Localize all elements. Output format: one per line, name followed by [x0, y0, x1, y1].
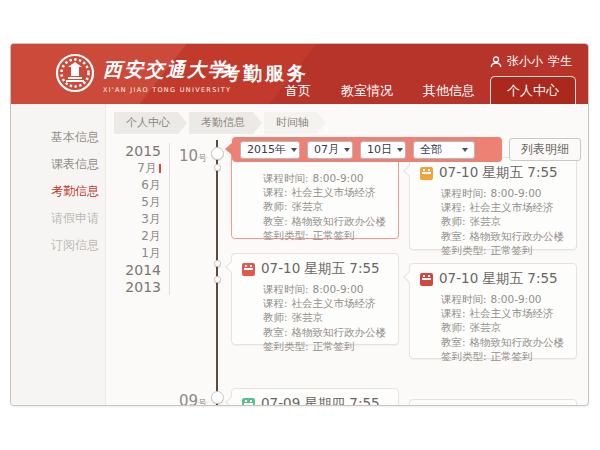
sidebar: 基本信息 课表信息 考勤信息 请假申请 订阅信息 [11, 104, 106, 405]
timeline-month-feb[interactable]: 2月 [109, 228, 161, 245]
timeline-year-2014[interactable]: 2014 [109, 262, 161, 279]
sidebar-item-basic-info[interactable]: 基本信息 [11, 124, 105, 151]
timeline-node [214, 276, 221, 283]
chevron-down-icon [344, 148, 350, 152]
day-label-09: 09号 [163, 391, 207, 406]
breadcrumb-attendance[interactable]: 考勤信息 [189, 112, 262, 134]
university-logo-icon [55, 53, 95, 93]
sidebar-item-timetable[interactable]: 课表信息 [11, 151, 105, 178]
user-icon [490, 56, 502, 68]
attendance-card[interactable]: 07-09 星期四 7:55 [231, 388, 399, 406]
sidebar-item-subscription[interactable]: 订阅信息 [11, 232, 105, 259]
breadcrumb: 个人中心 考勤信息 时间轴 [114, 112, 328, 134]
timeline-node [211, 147, 224, 160]
rail-divider [169, 143, 170, 295]
sidebar-item-leave-request[interactable]: 请假申请 [11, 205, 105, 232]
sidebar-item-attendance[interactable]: 考勤信息 [11, 178, 105, 205]
year-select[interactable]: 2015年 [240, 141, 300, 159]
calendar-orange-icon [420, 167, 433, 180]
timeline-year-2013[interactable]: 2013 [109, 279, 161, 296]
card-notch [225, 261, 236, 272]
attendance-card[interactable]: 07-10 星期五 7:55 课程时间:8:00-9:00 课程:社会主义市场经… [409, 263, 577, 359]
card-notch [403, 271, 414, 282]
user-role: 学生 [548, 53, 572, 70]
attendance-card[interactable]: 07-10 星期五 7:55 课程时间:8:00-9:00 课程:社会主义市场经… [231, 253, 399, 345]
attendance-card[interactable] [409, 399, 577, 406]
calendar-red-orange-icon [242, 263, 255, 276]
chevron-down-icon [397, 148, 403, 152]
header: 西安交通大学 XI'AN JIAO TONG UNIVERSITY 考勤服务 张… [11, 44, 588, 104]
list-detail-button[interactable]: 列表明细 [509, 138, 581, 161]
timeline-year-2015[interactable]: 2015 [109, 143, 161, 160]
nav-home[interactable]: 首页 [270, 77, 326, 104]
timeline-month-jul[interactable]: 7月 [109, 160, 161, 177]
timeline-node [211, 391, 224, 404]
user-name: 张小小 [507, 53, 543, 70]
university-name: 西安交通大学 XI'AN JIAO TONG UNIVERSITY [103, 57, 231, 94]
current-month-marker [159, 164, 161, 173]
date-filter-bar: 2015年 07月 10日 全部 [232, 137, 502, 162]
nav-classrooms[interactable]: 教室情况 [326, 77, 408, 104]
app-window: 西安交通大学 XI'AN JIAO TONG UNIVERSITY 考勤服务 张… [10, 43, 589, 406]
nav-personal-center[interactable]: 个人中心 [490, 76, 576, 104]
type-select[interactable]: 全部 [413, 141, 475, 159]
card-notch [403, 165, 414, 176]
timeline-node [214, 164, 221, 171]
day-label-10: 10号 [163, 146, 207, 165]
university-name-cn: 西安交通大学 [103, 57, 231, 83]
filter-bar-pointer [225, 142, 233, 156]
university-name-en: XI'AN JIAO TONG UNIVERSITY [103, 86, 231, 94]
timeline-month-jan[interactable]: 1月 [109, 245, 161, 262]
breadcrumb-timeline[interactable]: 时间轴 [264, 112, 326, 134]
timeline-month-may[interactable]: 5月 [109, 194, 161, 211]
timeline-node [214, 260, 221, 267]
timeline-month-jun[interactable]: 6月 [109, 177, 161, 194]
user-info[interactable]: 张小小 学生 [490, 53, 572, 70]
timeline-month-mar[interactable]: 3月 [109, 211, 161, 228]
calendar-green-icon [242, 398, 255, 407]
month-select[interactable]: 07月 [307, 141, 353, 159]
nav-other-info[interactable]: 其他信息 [408, 77, 490, 104]
breadcrumb-personal-center[interactable]: 个人中心 [114, 112, 187, 134]
card-notch [225, 396, 236, 406]
main-nav: 首页 教室情况 其他信息 个人中心 [270, 76, 584, 104]
day-select[interactable]: 10日 [360, 141, 406, 159]
chevron-down-icon [291, 148, 297, 152]
chevron-down-icon [462, 148, 468, 152]
attendance-card[interactable]: 07-10 星期五 7:55 课程时间:8:00-9:00 课程:社会主义市场经… [409, 157, 577, 250]
timeline-axis [216, 140, 218, 405]
calendar-red-icon [420, 273, 433, 286]
year-month-list: 2015 7月 6月 5月 3月 2月 1月 2014 2013 [109, 143, 161, 296]
